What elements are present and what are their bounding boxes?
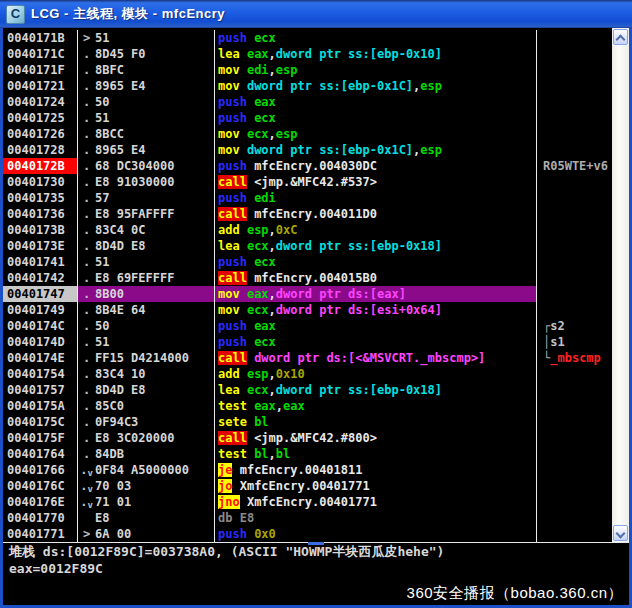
disasm-row[interactable]: 00401749.8B4E 64mov ecx,dword ptr ds:[es… <box>3 302 612 318</box>
row-marker: . <box>78 334 95 350</box>
row-marker: . <box>78 446 95 462</box>
comment-cell <box>537 414 612 430</box>
opcode-cell: .8BCC <box>78 126 215 142</box>
comment-cell <box>537 238 612 254</box>
row-marker: . <box>78 238 95 254</box>
disasm-row[interactable]: 00401728.8965 E4mov dword ptr ss:[ebp-0x… <box>3 142 612 158</box>
opcode-cell: .8D4D E8 <box>78 382 215 398</box>
address-cell: 00401728 <box>3 142 78 158</box>
disasm-row[interactable]: 0040173B.83C4 0Cadd esp,0xC <box>3 222 612 238</box>
comment-cell <box>537 462 612 478</box>
opcode-cell: .8D45 F0 <box>78 46 215 62</box>
instruction-cell: push ecx <box>215 30 537 46</box>
disasm-row[interactable]: 00401726.8BCCmov ecx,esp <box>3 126 612 142</box>
opcode-bytes: 51 <box>95 334 109 350</box>
comment-cell <box>537 46 612 62</box>
comment-cell <box>537 206 612 222</box>
opcode-bytes: 8BCC <box>95 126 124 142</box>
opcode-bytes: 8D4D E8 <box>95 238 146 254</box>
disasm-row[interactable]: 0040174D.51push ecx│s1 <box>3 334 612 350</box>
title-bar[interactable]: C LCG - 主线程, 模块 - mfcEncry <box>0 0 632 28</box>
opcode-bytes: 8D4D E8 <box>95 382 146 398</box>
scroll-down-button[interactable] <box>613 525 628 541</box>
comment-cell <box>537 78 612 94</box>
disasm-row[interactable]: 00401725.51push ecx <box>3 110 612 126</box>
comment-cell <box>537 382 612 398</box>
disasm-row[interactable]: 00401766.v0F84 A5000000je mfcEncry.00401… <box>3 462 612 478</box>
disasm-row[interactable]: 00401771>6A 00push 0x0 <box>3 526 612 542</box>
disasm-row[interactable]: 00401730.E8 91030000call <jmp.&MFC42.#53… <box>3 174 612 190</box>
comment-cell: ┌s2 <box>537 318 612 334</box>
disasm-row[interactable]: 00401724.50push eax <box>3 94 612 110</box>
instruction-cell: lea eax,dword ptr ss:[ebp-0x10] <box>215 46 537 62</box>
disasm-row[interactable]: 00401742.E8 69FEFFFFcall mfcEncry.004015… <box>3 270 612 286</box>
comment-cell <box>537 430 612 446</box>
disasm-row[interactable]: 0040171B>51push ecx <box>3 30 612 46</box>
row-marker: . <box>78 78 95 94</box>
disasm-row[interactable]: 0040172B.68 DC304000push mfcEncry.004030… <box>3 158 612 174</box>
address-cell: 00401725 <box>3 110 78 126</box>
comment-cell <box>537 110 612 126</box>
disasm-row[interactable]: 0040175C.0F94C3sete bl <box>3 414 612 430</box>
row-marker: .v <box>78 478 95 494</box>
disasm-row[interactable]: 0040174E.FF15 D4214000call dword ptr ds:… <box>3 350 612 366</box>
comment-cell <box>537 446 612 462</box>
opcode-cell: .8B4E 64 <box>78 302 215 318</box>
comment-cell <box>537 174 612 190</box>
vertical-scrollbar[interactable] <box>612 28 629 542</box>
instruction-cell: push ecx <box>215 110 537 126</box>
instruction-cell: mov ecx,esp <box>215 126 537 142</box>
opcode-cell: >51 <box>78 30 215 46</box>
disasm-row[interactable]: 00401754.83C4 10add esp,0x10 <box>3 366 612 382</box>
comment-cell <box>537 286 612 302</box>
disasm-row[interactable]: 00401757.8D4D E8lea ecx,dword ptr ss:[eb… <box>3 382 612 398</box>
disasm-row[interactable]: 0040174C.50push eax┌s2 <box>3 318 612 334</box>
opcode-bytes: 70 03 <box>95 478 131 494</box>
opcode-bytes: 71 01 <box>95 494 131 510</box>
disasm-row[interactable]: 0040171C.8D45 F0lea eax,dword ptr ss:[eb… <box>3 46 612 62</box>
scroll-up-button[interactable] <box>613 29 628 45</box>
address-cell: 0040176E <box>3 494 78 510</box>
instruction-cell: mov eax,dword ptr ds:[eax] <box>215 286 537 302</box>
opcode-bytes: 51 <box>95 110 109 126</box>
splitter-grip[interactable] <box>308 542 324 545</box>
disasm-row[interactable]: 00401747.8B00mov eax,dword ptr ds:[eax] <box>3 286 612 302</box>
opcode-bytes: E8 91030000 <box>95 174 174 190</box>
disasm-row[interactable]: 00401736.E8 95FAFFFFcall mfcEncry.004011… <box>3 206 612 222</box>
instruction-cell: mov dword ptr ss:[ebp-0x1C],esp <box>215 78 537 94</box>
instruction-cell: add esp,0x10 <box>215 366 537 382</box>
disasm-row[interactable]: 0040173E.8D4D E8lea ecx,dword ptr ss:[eb… <box>3 238 612 254</box>
opcode-bytes: 8BFC <box>95 62 124 78</box>
address-cell: 00401771 <box>3 526 78 542</box>
instruction-cell: call <jmp.&MFC42.#800> <box>215 430 537 446</box>
opcode-bytes: 8965 E4 <box>95 142 146 158</box>
register-hint-line: eax=0012F89C <box>3 560 629 577</box>
address-cell: 00401724 <box>3 94 78 110</box>
disasm-row[interactable]: 00401764.84DBtest bl,bl <box>3 446 612 462</box>
address-cell: 00401749 <box>3 302 78 318</box>
row-marker: . <box>78 94 95 110</box>
instruction-cell: call mfcEncry.004011D0 <box>215 206 537 222</box>
row-marker: . <box>78 366 95 382</box>
row-marker: . <box>78 46 95 62</box>
disasm-row[interactable]: 0040176C.v70 03jo XmfcEncry.00401771 <box>3 478 612 494</box>
instruction-cell: push ecx <box>215 254 537 270</box>
disasm-row[interactable]: 0040175F.E8 3C020000call <jmp.&MFC42.#80… <box>3 430 612 446</box>
disasm-row[interactable]: 0040171F.8BFCmov edi,esp <box>3 62 612 78</box>
disasm-row[interactable]: 00401735.57push edi <box>3 190 612 206</box>
opcode-bytes: 83C4 10 <box>95 366 146 382</box>
chevron-down-icon <box>616 529 626 539</box>
disasm-row[interactable]: 0040175A.85C0test eax,eax <box>3 398 612 414</box>
comment-cell <box>537 30 612 46</box>
opcode-bytes: 8D45 F0 <box>95 46 146 62</box>
disasm-row[interactable]: 00401721.8965 E4mov dword ptr ss:[ebp-0x… <box>3 78 612 94</box>
opcode-cell: .v0F84 A5000000 <box>78 462 215 478</box>
app-icon[interactable]: C <box>6 5 25 24</box>
comment-cell <box>537 94 612 110</box>
opcode-bytes: 8965 E4 <box>95 78 146 94</box>
instruction-cell: call dword ptr ds:[<&MSVCRT._mbscmp>] <box>215 350 537 366</box>
opcode-cell: .E8 69FEFFFF <box>78 270 215 286</box>
disasm-row[interactable]: 00401770E8db E8 <box>3 510 612 526</box>
disasm-row[interactable]: 00401741.51push ecx <box>3 254 612 270</box>
disasm-row[interactable]: 0040176E.v71 01jno XmfcEncry.00401771 <box>3 494 612 510</box>
